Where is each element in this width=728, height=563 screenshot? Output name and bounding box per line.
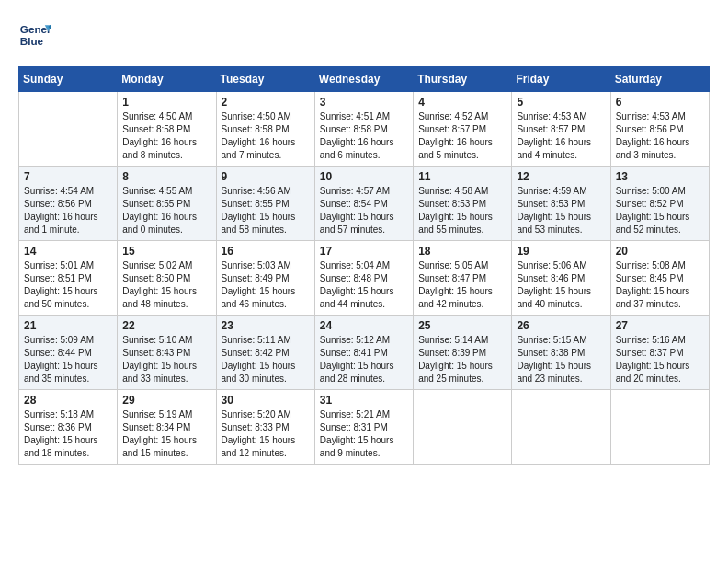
- day-number: 29: [122, 394, 210, 407]
- day-cell: 2Sunrise: 4:50 AMSunset: 8:58 PMDaylight…: [216, 92, 314, 167]
- day-info: Sunrise: 4:56 AMSunset: 8:55 PMDaylight:…: [222, 185, 310, 236]
- day-number: 3: [320, 96, 408, 109]
- day-number: 28: [24, 394, 112, 407]
- day-number: 5: [517, 96, 605, 109]
- day-cell: 18Sunrise: 5:05 AMSunset: 8:47 PMDayligh…: [414, 241, 512, 316]
- day-cell: 14Sunrise: 5:01 AMSunset: 8:51 PMDayligh…: [19, 241, 118, 316]
- day-info: Sunrise: 4:50 AMSunset: 8:58 PMDaylight:…: [122, 110, 210, 162]
- day-cell: 15Sunrise: 5:02 AMSunset: 8:50 PMDayligh…: [118, 241, 216, 316]
- day-cell: [19, 92, 118, 167]
- day-number: 27: [616, 319, 704, 332]
- week-row-3: 14Sunrise: 5:01 AMSunset: 8:51 PMDayligh…: [19, 241, 710, 316]
- day-number: 22: [122, 319, 210, 332]
- day-info: Sunrise: 5:09 AMSunset: 8:44 PMDaylight:…: [24, 334, 112, 385]
- weekday-saturday: Saturday: [610, 67, 709, 92]
- day-cell: 10Sunrise: 4:57 AMSunset: 8:54 PMDayligh…: [314, 167, 413, 241]
- day-number: 16: [222, 245, 310, 258]
- day-info: Sunrise: 5:19 AMSunset: 8:34 PMDaylight:…: [122, 408, 210, 460]
- day-cell: 7Sunrise: 4:54 AMSunset: 8:56 PMDaylight…: [19, 167, 118, 241]
- day-cell: [414, 390, 512, 465]
- day-info: Sunrise: 4:51 AMSunset: 8:58 PMDaylight:…: [320, 110, 408, 162]
- day-cell: [610, 390, 709, 465]
- day-info: Sunrise: 4:59 AMSunset: 8:53 PMDaylight:…: [517, 185, 605, 236]
- day-cell: 5Sunrise: 4:53 AMSunset: 8:57 PMDaylight…: [512, 92, 610, 167]
- svg-text:General: General: [20, 23, 51, 35]
- day-cell: 13Sunrise: 5:00 AMSunset: 8:52 PMDayligh…: [610, 167, 709, 241]
- day-info: Sunrise: 5:02 AMSunset: 8:50 PMDaylight:…: [122, 259, 210, 311]
- day-number: 19: [517, 245, 605, 258]
- weekday-friday: Friday: [512, 67, 610, 92]
- day-number: 2: [222, 96, 310, 109]
- weekday-wednesday: Wednesday: [314, 67, 413, 92]
- day-info: Sunrise: 5:05 AMSunset: 8:47 PMDaylight:…: [418, 259, 506, 311]
- day-cell: 27Sunrise: 5:16 AMSunset: 8:37 PMDayligh…: [610, 316, 709, 390]
- day-number: 30: [222, 394, 310, 407]
- weekday-thursday: Thursday: [414, 67, 512, 92]
- day-info: Sunrise: 5:08 AMSunset: 8:45 PMDaylight:…: [616, 259, 704, 311]
- day-info: Sunrise: 5:14 AMSunset: 8:39 PMDaylight:…: [418, 334, 506, 385]
- day-number: 24: [320, 319, 408, 332]
- week-row-1: 1Sunrise: 4:50 AMSunset: 8:58 PMDaylight…: [19, 92, 710, 167]
- calendar-table: SundayMondayTuesdayWednesdayThursdayFrid…: [18, 66, 710, 465]
- day-info: Sunrise: 4:54 AMSunset: 8:56 PMDaylight:…: [24, 185, 112, 236]
- day-cell: 22Sunrise: 5:10 AMSunset: 8:43 PMDayligh…: [118, 316, 216, 390]
- day-cell: 12Sunrise: 4:59 AMSunset: 8:53 PMDayligh…: [512, 167, 610, 241]
- day-info: Sunrise: 5:12 AMSunset: 8:41 PMDaylight:…: [320, 334, 408, 385]
- day-cell: 30Sunrise: 5:20 AMSunset: 8:33 PMDayligh…: [216, 390, 314, 465]
- day-number: 14: [24, 245, 112, 258]
- day-info: Sunrise: 5:01 AMSunset: 8:51 PMDaylight:…: [24, 259, 112, 311]
- day-cell: 8Sunrise: 4:55 AMSunset: 8:55 PMDaylight…: [118, 167, 216, 241]
- day-info: Sunrise: 5:10 AMSunset: 8:43 PMDaylight:…: [122, 334, 210, 385]
- day-number: 11: [418, 170, 506, 183]
- day-info: Sunrise: 4:58 AMSunset: 8:53 PMDaylight:…: [418, 185, 506, 236]
- day-cell: 31Sunrise: 5:21 AMSunset: 8:31 PMDayligh…: [314, 390, 413, 465]
- weekday-sunday: Sunday: [19, 67, 118, 92]
- day-cell: 9Sunrise: 4:56 AMSunset: 8:55 PMDaylight…: [216, 167, 314, 241]
- day-number: 23: [222, 319, 310, 332]
- day-number: 9: [222, 170, 310, 183]
- day-number: 13: [616, 170, 704, 183]
- weekday-tuesday: Tuesday: [216, 67, 314, 92]
- day-cell: 21Sunrise: 5:09 AMSunset: 8:44 PMDayligh…: [19, 316, 118, 390]
- week-row-4: 21Sunrise: 5:09 AMSunset: 8:44 PMDayligh…: [19, 316, 710, 390]
- day-cell: 29Sunrise: 5:19 AMSunset: 8:34 PMDayligh…: [118, 390, 216, 465]
- day-info: Sunrise: 5:15 AMSunset: 8:38 PMDaylight:…: [517, 334, 605, 385]
- day-cell: 19Sunrise: 5:06 AMSunset: 8:46 PMDayligh…: [512, 241, 610, 316]
- day-info: Sunrise: 5:04 AMSunset: 8:48 PMDaylight:…: [320, 259, 408, 311]
- week-row-2: 7Sunrise: 4:54 AMSunset: 8:56 PMDaylight…: [19, 167, 710, 241]
- day-cell: 1Sunrise: 4:50 AMSunset: 8:58 PMDaylight…: [118, 92, 216, 167]
- day-info: Sunrise: 5:11 AMSunset: 8:42 PMDaylight:…: [222, 334, 310, 385]
- svg-text:Blue: Blue: [20, 35, 44, 47]
- day-cell: [512, 390, 610, 465]
- day-cell: 20Sunrise: 5:08 AMSunset: 8:45 PMDayligh…: [610, 241, 709, 316]
- day-cell: 4Sunrise: 4:52 AMSunset: 8:57 PMDaylight…: [414, 92, 512, 167]
- day-number: 20: [616, 245, 704, 258]
- day-info: Sunrise: 4:55 AMSunset: 8:55 PMDaylight:…: [122, 185, 210, 236]
- day-cell: 26Sunrise: 5:15 AMSunset: 8:38 PMDayligh…: [512, 316, 610, 390]
- day-cell: 11Sunrise: 4:58 AMSunset: 8:53 PMDayligh…: [414, 167, 512, 241]
- day-number: 10: [320, 170, 408, 183]
- logo-icon: General Blue: [18, 18, 51, 52]
- day-cell: 25Sunrise: 5:14 AMSunset: 8:39 PMDayligh…: [414, 316, 512, 390]
- day-cell: 6Sunrise: 4:53 AMSunset: 8:56 PMDaylight…: [610, 92, 709, 167]
- day-number: 26: [517, 319, 605, 332]
- day-info: Sunrise: 5:21 AMSunset: 8:31 PMDaylight:…: [320, 408, 408, 460]
- day-cell: 28Sunrise: 5:18 AMSunset: 8:36 PMDayligh…: [19, 390, 118, 465]
- day-info: Sunrise: 4:57 AMSunset: 8:54 PMDaylight:…: [320, 185, 408, 236]
- day-number: 8: [122, 170, 210, 183]
- day-info: Sunrise: 4:53 AMSunset: 8:57 PMDaylight:…: [517, 110, 605, 162]
- day-info: Sunrise: 5:18 AMSunset: 8:36 PMDaylight:…: [24, 408, 112, 460]
- day-cell: 23Sunrise: 5:11 AMSunset: 8:42 PMDayligh…: [216, 316, 314, 390]
- weekday-header-row: SundayMondayTuesdayWednesdayThursdayFrid…: [19, 67, 710, 92]
- day-info: Sunrise: 4:50 AMSunset: 8:58 PMDaylight:…: [222, 110, 310, 162]
- day-number: 31: [320, 394, 408, 407]
- day-info: Sunrise: 5:20 AMSunset: 8:33 PMDaylight:…: [222, 408, 310, 460]
- day-cell: 24Sunrise: 5:12 AMSunset: 8:41 PMDayligh…: [314, 316, 413, 390]
- logo: General Blue: [18, 18, 51, 52]
- day-number: 12: [517, 170, 605, 183]
- day-number: 25: [418, 319, 506, 332]
- day-cell: 16Sunrise: 5:03 AMSunset: 8:49 PMDayligh…: [216, 241, 314, 316]
- day-info: Sunrise: 5:03 AMSunset: 8:49 PMDaylight:…: [222, 259, 310, 311]
- day-cell: 17Sunrise: 5:04 AMSunset: 8:48 PMDayligh…: [314, 241, 413, 316]
- week-row-5: 28Sunrise: 5:18 AMSunset: 8:36 PMDayligh…: [19, 390, 710, 465]
